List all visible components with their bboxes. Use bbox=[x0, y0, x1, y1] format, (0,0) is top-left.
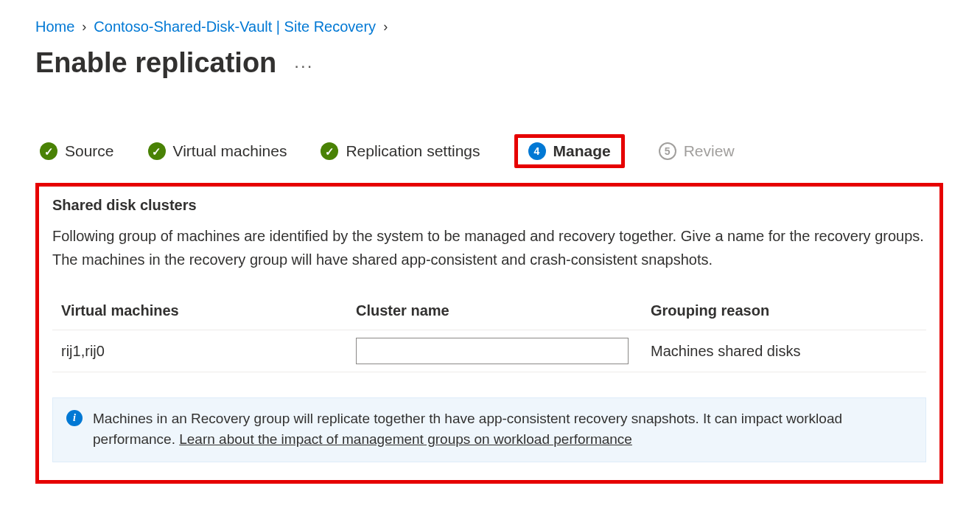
col-header-cluster-name: Cluster name bbox=[347, 302, 642, 330]
cell-vm: rij1,rij0 bbox=[52, 330, 347, 372]
cell-reason: Machines shared disks bbox=[642, 330, 926, 372]
step-number-icon: 5 bbox=[659, 142, 676, 160]
wizard-tabs: ✓ Source ✓ Virtual machines ✓ Replicatio… bbox=[35, 134, 945, 168]
info-banner: i Machines in an Recovery group will rep… bbox=[52, 397, 926, 462]
chevron-right-icon: › bbox=[383, 18, 388, 35]
info-learn-link[interactable]: Learn about the impact of management gro… bbox=[179, 431, 632, 447]
breadcrumb: Home › Contoso-Shared-Disk-Vault | Site … bbox=[35, 18, 945, 35]
info-icon: i bbox=[66, 410, 83, 426]
more-actions-button[interactable]: ··· bbox=[294, 49, 313, 76]
cluster-table: Virtual machines Cluster name Grouping r… bbox=[52, 302, 926, 372]
page-title: Enable replication bbox=[35, 46, 276, 80]
breadcrumb-vault[interactable]: Contoso-Shared-Disk-Vault | Site Recover… bbox=[94, 18, 376, 35]
chevron-right-icon: › bbox=[82, 18, 86, 35]
cluster-name-input[interactable] bbox=[356, 338, 629, 364]
check-icon: ✓ bbox=[148, 142, 166, 160]
section-description: Following group of machines are identifi… bbox=[52, 224, 926, 271]
step-number-icon: 4 bbox=[528, 142, 546, 160]
tab-review[interactable]: 5 Review bbox=[659, 142, 735, 160]
section-title: Shared disk clusters bbox=[52, 197, 926, 214]
col-header-vm: Virtual machines bbox=[52, 302, 347, 330]
tab-label: Virtual machines bbox=[173, 142, 287, 160]
col-header-reason: Grouping reason bbox=[642, 302, 926, 330]
tab-manage[interactable]: 4 Manage bbox=[514, 134, 625, 168]
tab-label: Manage bbox=[553, 142, 611, 160]
tab-source[interactable]: ✓ Source bbox=[40, 142, 114, 160]
tab-replication-settings[interactable]: ✓ Replication settings bbox=[321, 142, 480, 160]
check-icon: ✓ bbox=[40, 142, 57, 160]
manage-panel: Shared disk clusters Following group of … bbox=[35, 183, 943, 484]
tab-label: Source bbox=[65, 142, 114, 160]
breadcrumb-home[interactable]: Home bbox=[35, 18, 74, 35]
tab-label: Review bbox=[684, 142, 735, 160]
cell-cluster-name bbox=[347, 330, 642, 372]
info-text: Machines in an Recovery group will repli… bbox=[93, 408, 912, 450]
tab-virtual-machines[interactable]: ✓ Virtual machines bbox=[148, 142, 287, 160]
tab-label: Replication settings bbox=[346, 142, 480, 160]
table-row: rij1,rij0 Machines shared disks bbox=[52, 330, 926, 372]
check-icon: ✓ bbox=[321, 142, 338, 160]
